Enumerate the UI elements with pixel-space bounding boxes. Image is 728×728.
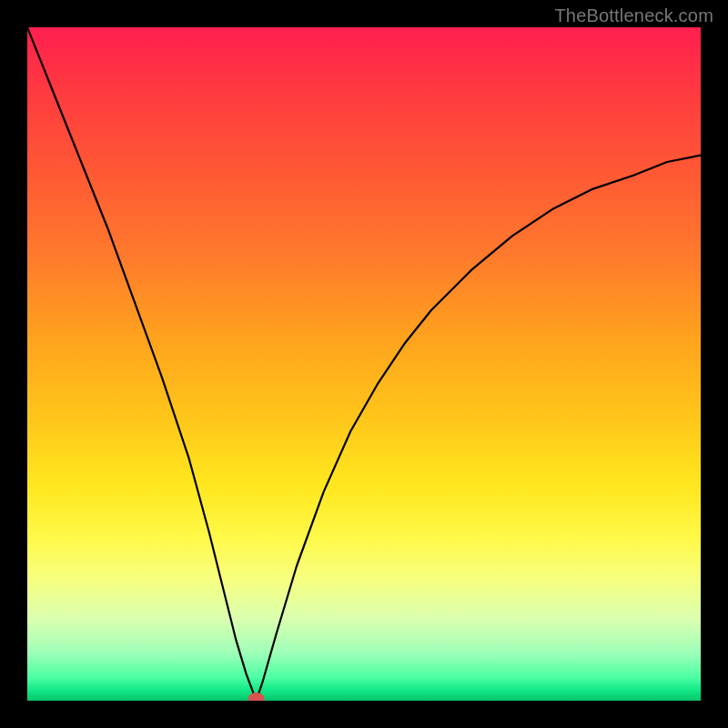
bottleneck-curve-path	[27, 27, 701, 701]
chart-stage: TheBottleneck.com	[0, 0, 728, 728]
plot-area	[27, 27, 701, 701]
watermark-text: TheBottleneck.com	[554, 5, 713, 26]
optimal-point-marker	[248, 693, 265, 701]
bottleneck-curve	[27, 27, 701, 701]
